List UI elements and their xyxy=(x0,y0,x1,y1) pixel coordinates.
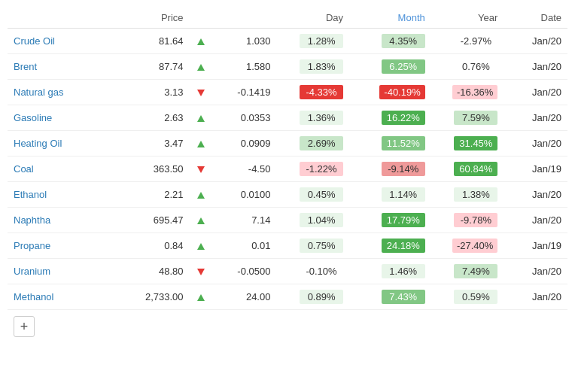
commodity-name[interactable]: Ethanol xyxy=(8,182,117,208)
commodity-name[interactable]: Coal xyxy=(8,156,117,182)
table-row: Naphtha695.477.141.04%17.79%-9.78%Jan/20 xyxy=(8,208,567,233)
commodity-direction-icon xyxy=(190,208,213,233)
commodity-price: 0.84 xyxy=(117,233,190,259)
table-row: Uranium48.80-0.0500-0.10%1.46%7.49%Jan/2… xyxy=(8,259,567,284)
commodity-price: 3.13 xyxy=(117,80,190,105)
commodity-month: -40.19% xyxy=(349,80,431,105)
commodity-price: 2.63 xyxy=(117,105,190,131)
commodity-day: 0.75% xyxy=(276,233,349,259)
commodity-day: -1.22% xyxy=(276,156,349,182)
commodity-name[interactable]: Brent xyxy=(8,54,117,80)
arrow-up-icon xyxy=(197,192,205,199)
commodity-year: 0.59% xyxy=(431,284,504,310)
commodity-month: 16.22% xyxy=(349,105,431,131)
commodity-direction-icon xyxy=(190,29,213,54)
commodity-name[interactable]: Crude Oil xyxy=(8,29,117,54)
commodity-name[interactable]: Gasoline xyxy=(8,105,117,131)
table-row: Coal363.50-4.50-1.22%-9.14%60.84%Jan/19 xyxy=(8,156,567,182)
table-row: Ethanol2.210.01000.45%1.14%1.38%Jan/20 xyxy=(8,182,567,208)
commodity-change: -4.50 xyxy=(213,156,277,182)
table-row: Crude Oil81.641.0301.28%4.35%-2.97%Jan/2… xyxy=(8,29,567,54)
commodity-price: 48.80 xyxy=(117,259,190,284)
commodity-month: 1.14% xyxy=(349,182,431,208)
commodity-name[interactable]: Naphtha xyxy=(8,208,117,233)
commodity-change: 0.01 xyxy=(213,233,277,259)
commodity-change: -0.1419 xyxy=(213,80,277,105)
table-row: Natural gas3.13-0.1419-4.33%-40.19%-16.3… xyxy=(8,80,567,105)
commodity-direction-icon xyxy=(190,259,213,284)
commodity-change: 1.580 xyxy=(213,54,277,80)
commodity-date: Jan/20 xyxy=(504,208,567,233)
commodity-price: 2,733.00 xyxy=(117,284,190,310)
commodity-change: 24.00 xyxy=(213,284,277,310)
col-header-month: Month xyxy=(349,8,431,29)
commodity-year: 7.49% xyxy=(431,259,504,284)
commodity-name[interactable]: Heating Oil xyxy=(8,131,117,156)
commodity-date: Jan/20 xyxy=(504,182,567,208)
commodity-change: -0.0500 xyxy=(213,259,277,284)
col-header-price: Price xyxy=(117,8,190,29)
commodity-date: Jan/19 xyxy=(504,156,567,182)
commodity-day: 0.45% xyxy=(276,182,349,208)
commodity-day: -0.10% xyxy=(276,259,349,284)
commodity-price: 81.64 xyxy=(117,29,190,54)
commodity-year: 0.76% xyxy=(431,54,504,80)
commodity-date: Jan/20 xyxy=(504,259,567,284)
table-row: Heating Oil3.470.09092.69%11.52%31.45%Ja… xyxy=(8,131,567,156)
commodity-change: 0.0100 xyxy=(213,182,277,208)
col-header-name xyxy=(8,8,117,29)
arrow-down-icon xyxy=(197,90,205,96)
commodity-month: 24.18% xyxy=(349,233,431,259)
commodity-name[interactable]: Uranium xyxy=(8,259,117,284)
col-header-day: Day xyxy=(276,8,349,29)
commodity-price: 3.47 xyxy=(117,131,190,156)
arrow-up-icon xyxy=(197,243,205,250)
commodity-month: 11.52% xyxy=(349,131,431,156)
commodity-price: 2.21 xyxy=(117,182,190,208)
table-row: Propane0.840.010.75%24.18%-27.40%Jan/19 xyxy=(8,233,567,259)
commodity-date: Jan/20 xyxy=(504,284,567,310)
commodity-year: 60.84% xyxy=(431,156,504,182)
commodity-direction-icon xyxy=(190,54,213,80)
commodity-date: Jan/20 xyxy=(504,80,567,105)
commodity-day: 1.04% xyxy=(276,208,349,233)
col-header-year: Year xyxy=(431,8,504,29)
col-header-change xyxy=(213,8,277,29)
commodity-year: 7.59% xyxy=(431,105,504,131)
commodity-day: 2.69% xyxy=(276,131,349,156)
commodity-name[interactable]: Propane xyxy=(8,233,117,259)
arrow-up-icon xyxy=(197,64,205,71)
commodity-month: 7.43% xyxy=(349,284,431,310)
commodity-date: Jan/19 xyxy=(504,233,567,259)
commodity-price: 87.74 xyxy=(117,54,190,80)
commodity-year: -16.36% xyxy=(431,80,504,105)
commodities-table-container: Price Day Month Year Date Crude Oil81.64… xyxy=(0,0,575,348)
commodity-change: 1.030 xyxy=(213,29,277,54)
commodity-direction-icon xyxy=(190,131,213,156)
commodity-name[interactable]: Natural gas xyxy=(8,80,117,105)
commodity-change: 7.14 xyxy=(213,208,277,233)
commodity-day: 1.28% xyxy=(276,29,349,54)
add-commodity-button[interactable]: + xyxy=(14,316,35,337)
commodity-year: -2.97% xyxy=(431,29,504,54)
commodity-direction-icon xyxy=(190,105,213,131)
commodity-day: 1.83% xyxy=(276,54,349,80)
commodity-direction-icon xyxy=(190,156,213,182)
commodity-month: 4.35% xyxy=(349,29,431,54)
commodity-name[interactable]: Methanol xyxy=(8,284,117,310)
commodity-year: -9.78% xyxy=(431,208,504,233)
commodity-direction-icon xyxy=(190,182,213,208)
commodity-direction-icon xyxy=(190,233,213,259)
arrow-up-icon xyxy=(197,141,205,147)
commodity-date: Jan/20 xyxy=(504,131,567,156)
commodity-day: 1.36% xyxy=(276,105,349,131)
table-row: Methanol2,733.0024.000.89%7.43%0.59%Jan/… xyxy=(8,284,567,310)
commodity-year: 1.38% xyxy=(431,182,504,208)
arrow-up-icon xyxy=(197,38,205,45)
table-header-row: Price Day Month Year Date xyxy=(8,8,567,29)
commodity-price: 695.47 xyxy=(117,208,190,233)
commodity-month: 17.79% xyxy=(349,208,431,233)
col-header-date: Date xyxy=(504,8,567,29)
commodity-month: -9.14% xyxy=(349,156,431,182)
commodity-date: Jan/20 xyxy=(504,54,567,80)
